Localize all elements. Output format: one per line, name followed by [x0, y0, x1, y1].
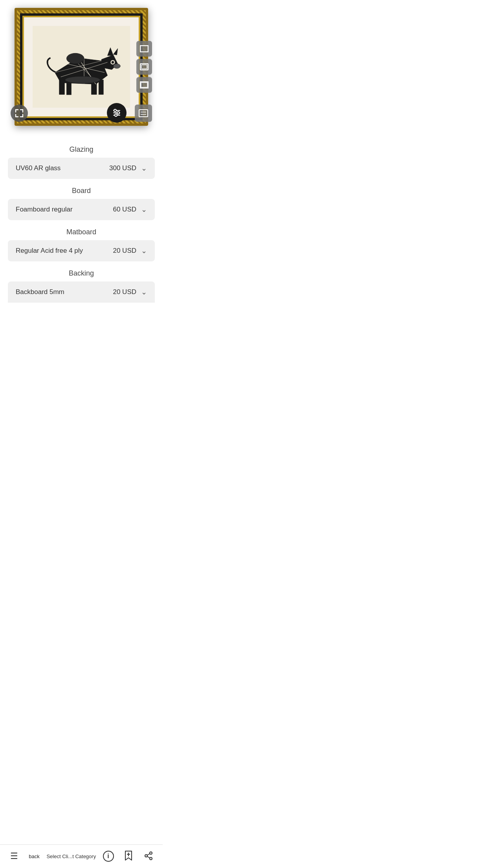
svg-rect-2 — [59, 80, 64, 94]
matboard-price: 20 USD — [113, 247, 136, 255]
frame-style-buttons — [136, 41, 152, 93]
svg-point-11 — [114, 64, 121, 69]
backing-price: 20 USD — [113, 288, 136, 296]
matboard-option-label: Regular Acid free 4 ply — [16, 246, 113, 255]
board-option-label: Foamboard regular — [16, 205, 113, 214]
frame-style-btn-3[interactable] — [136, 77, 152, 93]
svg-rect-20 — [140, 46, 148, 52]
board-dropdown[interactable]: Foamboard regular 60 USD ⌄ — [8, 199, 155, 220]
svg-rect-22 — [141, 65, 147, 69]
svg-rect-24 — [141, 83, 147, 87]
frame-inner-gold — [22, 16, 140, 118]
frame-list-button[interactable] — [135, 105, 152, 122]
glazing-dropdown[interactable]: UV60 AR glass 300 USD ⌄ — [8, 158, 155, 179]
board-chevron-icon: ⌄ — [141, 205, 147, 214]
frame-wrapper — [15, 8, 148, 126]
options-content: Glazing UV60 AR glass 300 USD ⌄ Board Fo… — [0, 130, 163, 344]
svg-point-8 — [112, 61, 114, 64]
svg-rect-31 — [139, 110, 148, 117]
artwork-frame-section — [0, 0, 163, 130]
bull-artwork-svg — [37, 30, 125, 103]
board-price: 60 USD — [113, 206, 136, 213]
expand-button[interactable] — [11, 105, 28, 122]
svg-rect-5 — [99, 80, 104, 94]
backing-option-label: Backboard 5mm — [16, 288, 113, 296]
svg-point-19 — [65, 77, 100, 84]
matboard-dropdown[interactable]: Regular Acid free 4 ply 20 USD ⌄ — [8, 240, 155, 261]
glazing-label: Glazing — [8, 145, 155, 154]
backing-label: Backing — [8, 269, 155, 278]
glazing-chevron-icon: ⌄ — [141, 164, 147, 173]
svg-rect-3 — [67, 81, 72, 95]
glazing-price: 300 USD — [109, 164, 136, 172]
frame-outer — [15, 8, 148, 126]
board-label: Board — [8, 187, 155, 195]
settings-sliders-button[interactable] — [107, 103, 127, 123]
svg-point-18 — [67, 53, 84, 64]
frame-style-btn-2[interactable] — [136, 59, 152, 75]
backing-chevron-icon: ⌄ — [141, 288, 147, 296]
artwork-display — [33, 26, 130, 108]
svg-point-26 — [114, 109, 116, 112]
backing-dropdown[interactable]: Backboard 5mm 20 USD ⌄ — [8, 281, 155, 303]
svg-point-28 — [117, 112, 119, 114]
frame-style-btn-1[interactable] — [136, 41, 152, 57]
matboard-label: Matboard — [8, 228, 155, 236]
svg-point-30 — [115, 114, 117, 116]
matboard-chevron-icon: ⌄ — [141, 246, 147, 255]
glazing-option-label: UV60 AR glass — [16, 164, 109, 173]
